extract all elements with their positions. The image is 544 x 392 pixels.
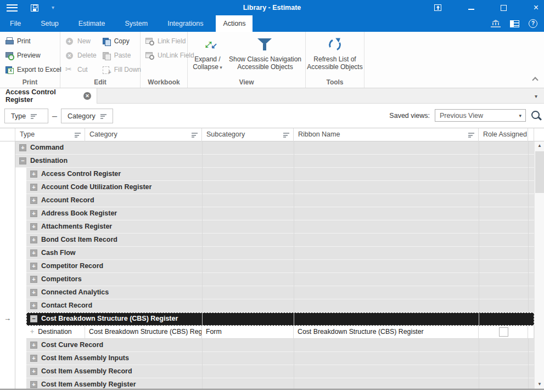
column-header-category[interactable]: Category xyxy=(85,128,202,141)
ribbon-button-expand-collapse[interactable]: Expand / Collapse ▾ xyxy=(189,34,226,78)
expand-row-icon[interactable]: + xyxy=(30,184,37,191)
grid-group-row[interactable]: +Connected Analytics xyxy=(0,286,534,299)
column-filter-icon[interactable] xyxy=(192,132,198,138)
group-row-band[interactable] xyxy=(26,194,534,207)
cell-type[interactable]: +Destination xyxy=(26,326,85,339)
collapse-row-icon[interactable]: − xyxy=(19,157,26,164)
minimize-icon[interactable] xyxy=(468,9,474,10)
expand-detail-icon[interactable]: + xyxy=(30,328,34,336)
menu-tab-setup[interactable]: Setup xyxy=(33,15,66,32)
role-assigned-checkbox[interactable] xyxy=(499,327,508,337)
ribbon-button-export-to-excel[interactable]: Export to Excel xyxy=(2,63,60,77)
ribbon-button-refresh-list-of-accessible-objects[interactable]: Refresh List of Accessible Objects xyxy=(306,34,363,78)
scroll-down-icon[interactable]: ▼ xyxy=(535,380,544,389)
menu-tab-actions[interactable]: Actions xyxy=(216,15,253,32)
expand-row-icon[interactable]: + xyxy=(30,381,37,388)
group-by-chip-category[interactable]: Category xyxy=(61,109,113,123)
tab-access-control-register[interactable]: Access Control Register ✕ xyxy=(0,88,97,104)
column-divider xyxy=(479,141,479,155)
expand-window-icon[interactable] xyxy=(434,4,441,11)
cell-role-assigned[interactable] xyxy=(479,326,528,339)
grid-group-row[interactable]: +Bond Cost Item Record xyxy=(0,234,534,247)
expand-row-icon[interactable]: + xyxy=(30,236,37,243)
group-row-band[interactable] xyxy=(26,247,534,260)
column-header-subcategory[interactable]: Subcategory xyxy=(202,128,294,141)
ribbon-button-preview[interactable]: Preview xyxy=(2,48,60,63)
column-divider xyxy=(294,378,294,389)
maximize-icon[interactable] xyxy=(501,5,507,11)
grid-group-row[interactable]: +Cost Item Assembly Register xyxy=(0,378,534,389)
scroll-up-icon[interactable]: ▲ xyxy=(535,141,544,150)
close-icon[interactable]: × xyxy=(534,4,539,12)
expand-row-icon[interactable]: + xyxy=(30,342,37,349)
workbook-grid-icon[interactable] xyxy=(510,20,519,27)
group-by-chip-type[interactable]: Type xyxy=(4,109,48,123)
expand-row-icon[interactable]: + xyxy=(30,355,37,362)
grid-group-row[interactable]: +Address Book Register xyxy=(0,207,534,220)
row-indicator-cell xyxy=(0,220,15,234)
menu-tab-integrations[interactable]: Integrations xyxy=(160,15,210,32)
expand-row-icon[interactable]: + xyxy=(30,197,37,204)
column-header-role-assigned[interactable]: Role Assigned xyxy=(479,128,528,141)
column-divider xyxy=(479,155,479,168)
grid-group-row[interactable]: +Account Record xyxy=(0,194,534,207)
grid-data-row[interactable]: +DestinationCost Breakdown Structure (CB… xyxy=(0,326,534,339)
expand-row-icon[interactable]: + xyxy=(30,210,37,217)
expand-row-icon[interactable]: + xyxy=(30,276,37,283)
group-row-band[interactable] xyxy=(15,141,534,155)
grid-group-row[interactable]: +Cost Item Assembly Inputs xyxy=(0,352,534,365)
expand-row-icon[interactable]: + xyxy=(30,368,37,375)
expand-row-icon[interactable]: + xyxy=(30,263,37,270)
help-icon[interactable] xyxy=(529,19,537,28)
grid-group-row[interactable]: +Cost Item Assembly Record xyxy=(0,365,534,378)
grid-group-row[interactable]: +Account Code Utilization Register xyxy=(0,181,534,194)
group-row-band[interactable] xyxy=(15,155,534,168)
grid-group-row[interactable]: +Access Control Register xyxy=(0,168,534,181)
cell-subcategory[interactable]: Form xyxy=(202,326,294,339)
group-row-band[interactable] xyxy=(26,299,534,313)
column-filter-icon[interactable] xyxy=(283,132,289,138)
expand-row-icon[interactable]: + xyxy=(19,144,26,151)
expand-row-icon[interactable]: + xyxy=(30,289,37,296)
grid-group-row[interactable]: −Destination xyxy=(0,155,534,168)
column-divider xyxy=(202,194,203,207)
column-filter-icon[interactable] xyxy=(75,132,81,138)
scrollbar-thumb[interactable] xyxy=(535,151,544,193)
saved-views-combobox[interactable]: Previous View ▾ xyxy=(435,109,526,122)
ribbon-button-fill-down: Fill Down xyxy=(99,63,144,77)
expand-row-icon[interactable]: + xyxy=(30,302,37,309)
bank-icon[interactable] xyxy=(491,20,501,27)
ribbon-button-paste: Paste xyxy=(99,48,144,63)
cell-category[interactable]: Cost Breakdown Structure (CBS) Register xyxy=(85,326,202,339)
column-divider xyxy=(479,313,479,326)
expand-row-icon[interactable]: + xyxy=(30,171,37,178)
row-indicator-cell xyxy=(0,365,15,378)
ribbon-button-show-classic-navigation-accessible-objects[interactable]: Show Classic Navigation Accessible Objec… xyxy=(227,34,304,78)
grid-group-row[interactable]: +Contact Record xyxy=(0,299,534,313)
search-icon[interactable] xyxy=(531,110,542,121)
ribbon-button-copy[interactable]: Copy xyxy=(99,34,144,48)
grid-group-row[interactable]: →−Cost Breakdown Structure (CBS) Registe… xyxy=(0,313,534,326)
grid-group-row[interactable]: +Attachments Register xyxy=(0,220,534,234)
cell-ribbon-name[interactable]: Cost Breakdown Structure (CBS) Register xyxy=(294,326,479,339)
grid-group-row[interactable]: +Competitors xyxy=(0,273,534,286)
ribbon-button-print[interactable]: Print xyxy=(2,34,60,48)
grid-group-row[interactable]: +Command xyxy=(0,141,534,155)
expand-row-icon[interactable]: + xyxy=(30,223,37,230)
menu-tab-system[interactable]: System xyxy=(117,15,155,32)
tab-list-dropdown-icon[interactable]: ▾ xyxy=(535,93,537,99)
expand-row-icon[interactable]: + xyxy=(30,249,37,257)
collapse-row-icon[interactable]: − xyxy=(30,315,37,322)
column-filter-icon[interactable] xyxy=(468,132,474,138)
grid-group-row[interactable]: +Cash Flow xyxy=(0,247,534,260)
close-tab-icon[interactable]: ✕ xyxy=(83,92,91,100)
column-header-ribbon-name[interactable]: Ribbon Name xyxy=(294,128,479,141)
grid-group-row[interactable]: +Cost Curve Record xyxy=(0,339,534,352)
grid-group-row[interactable]: +Competitor Record xyxy=(0,260,534,273)
menu-tab-estimate[interactable]: Estimate xyxy=(71,15,113,32)
menu-tab-file[interactable]: File xyxy=(3,15,28,32)
group-row-band[interactable] xyxy=(26,273,534,286)
column-header-type[interactable]: Type xyxy=(15,128,85,141)
combo-dropdown-icon[interactable]: ▾ xyxy=(519,113,525,118)
vertical-scrollbar[interactable]: ▲ ▼ xyxy=(534,141,544,389)
